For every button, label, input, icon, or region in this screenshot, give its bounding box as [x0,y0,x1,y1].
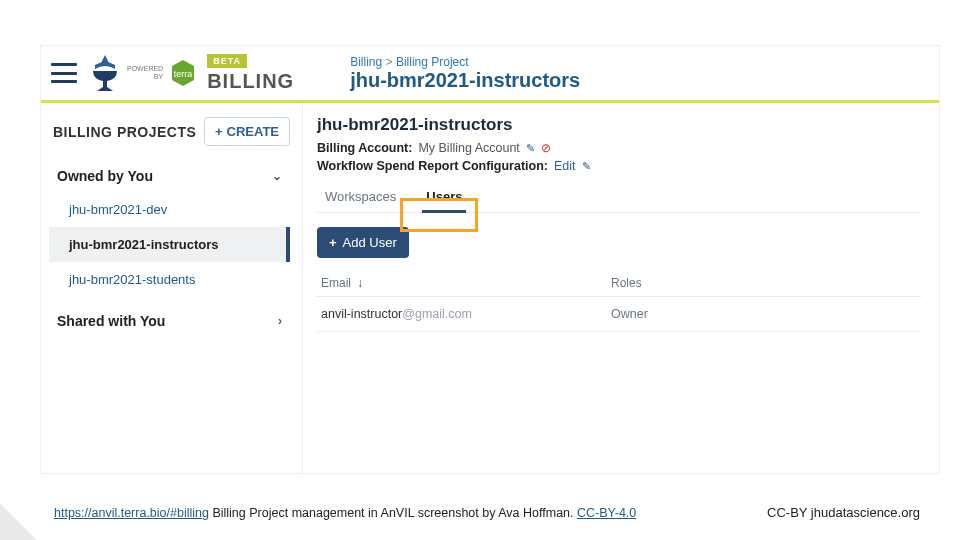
svg-text:terra: terra [174,69,193,79]
page-title: jhu-bmr2021-instructors [350,69,580,92]
anvil-logo [89,53,121,93]
tab-workspaces[interactable]: Workspaces [321,183,400,212]
terra-logo: terra [169,59,197,87]
sidebar-item-students[interactable]: jhu-bmr2021-students [49,262,290,297]
sidebar-item-dev[interactable]: jhu-bmr2021-dev [49,192,290,227]
caption: https://anvil.terra.bio/#billing Billing… [54,506,636,520]
chevron-down-icon: ⌄ [272,169,282,183]
table-header: Email ↓ Roles [317,270,921,297]
plus-icon: + [329,235,337,250]
project-title: jhu-bmr2021-instructors [317,115,921,135]
source-link[interactable]: https://anvil.terra.bio/#billing [54,506,209,520]
license-link[interactable]: CC-BY-4.0 [577,506,636,520]
sidebar-section-owned[interactable]: Owned by You ⌄ [49,160,290,192]
sidebar-section-shared[interactable]: Shared with You › [49,305,290,337]
sort-arrow-icon[interactable]: ↓ [357,276,363,290]
sidebar-item-instructors[interactable]: jhu-bmr2021-instructors [49,227,290,262]
billing-account-label: Billing Account: [317,141,412,155]
workflow-edit-link[interactable]: Edit [554,159,576,173]
col-email-label[interactable]: Email [321,276,351,290]
beta-badge: BETA [207,54,247,68]
plus-icon: + [215,124,223,139]
table-row[interactable]: anvil-instructor@gmail.com Owner [317,297,921,332]
workflow-config-label: Workflow Spend Report Configuration: [317,159,548,173]
add-user-button[interactable]: + Add User [317,227,409,258]
powered-by-label: POWERED BY [127,65,163,80]
tab-users[interactable]: Users [422,183,466,212]
billing-account-value: My Billing Account [418,141,519,155]
attribution: CC-BY jhudatascience.org [767,505,920,520]
app-section-title: BILLING [207,70,294,93]
hamburger-menu[interactable] [51,63,77,83]
remove-icon[interactable]: ⊘ [541,141,551,155]
pencil-icon[interactable]: ✎ [582,160,591,173]
sidebar-heading: BILLING PROJECTS [53,124,196,140]
breadcrumb[interactable]: Billing > Billing Project [350,55,580,69]
create-button[interactable]: + CREATE [204,117,290,146]
pencil-icon[interactable]: ✎ [526,142,535,155]
chevron-right-icon: › [278,314,282,328]
col-roles-label[interactable]: Roles [611,276,642,290]
corner-fold [0,488,52,540]
